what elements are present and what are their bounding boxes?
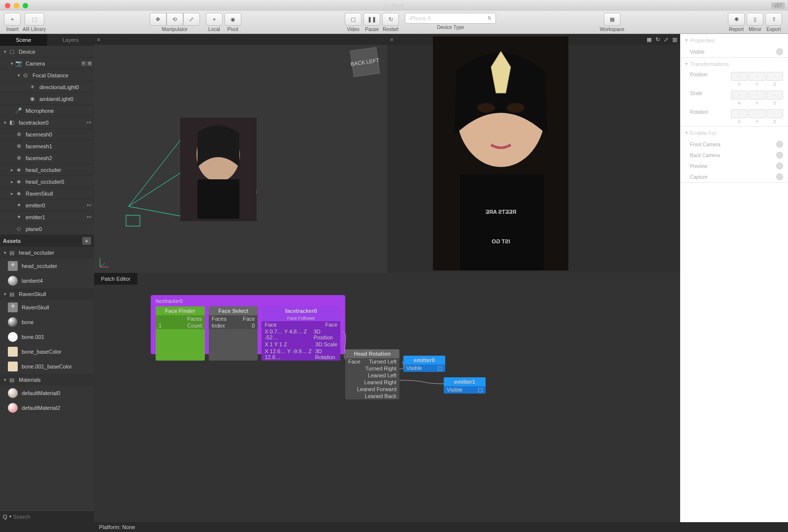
front-camera-toggle[interactable] xyxy=(776,141,783,148)
tree-item-plane0[interactable]: ◇plane0 xyxy=(0,223,94,235)
rotation-field[interactable]: - xyxy=(749,109,765,118)
expand-icon[interactable]: ⤢ xyxy=(664,36,668,43)
chevron-icon[interactable]: ▾ xyxy=(16,73,22,78)
search-input[interactable] xyxy=(13,514,91,520)
scale-field[interactable]: - xyxy=(749,91,765,100)
preview-toggle[interactable] xyxy=(776,163,783,169)
pause-button[interactable]: ❚❚ xyxy=(363,13,380,26)
restart-button[interactable]: ↻ xyxy=(382,13,399,26)
hamburger-icon[interactable]: ≡ xyxy=(390,36,393,42)
asset-item-lambert4[interactable]: lambert4 xyxy=(0,273,94,288)
viewport-3d[interactable]: ≡ BACK LEFT xyxy=(94,34,387,273)
chevron-icon[interactable]: ▸ xyxy=(9,167,15,172)
sphere-icon xyxy=(8,388,18,398)
chevron-down-icon[interactable]: ▾ xyxy=(685,130,688,136)
asset-item-defaultMaterial0[interactable]: defaultMaterial0 xyxy=(0,386,94,400)
tree-item-emitter0[interactable]: ✦emitter0↤ xyxy=(0,200,94,211)
position-field[interactable]: - xyxy=(749,72,765,81)
viewport-preview[interactable]: ≡ ▦ ↻ ⤢ ▥ xyxy=(387,34,680,273)
pivot-button[interactable]: ◉ xyxy=(225,13,241,26)
chevron-down-icon[interactable]: ▾ xyxy=(685,61,688,67)
export-button[interactable]: ⇪ xyxy=(765,13,782,26)
tree-item-facemesh2[interactable]: ⊕facemesh2 xyxy=(0,152,94,164)
node-facetracker0[interactable]: facetracker0 Face Follower FaceFaceX 0.7… xyxy=(262,306,340,361)
node-face-finder[interactable]: Face Finder Faces 1Count xyxy=(156,306,205,361)
view-cube[interactable]: BACK LEFT xyxy=(350,47,380,77)
tree-item-facemesh1[interactable]: ⊕facemesh1 xyxy=(0,140,94,152)
tree-item-RavenSkull[interactable]: ▸◈RavenSkull xyxy=(0,188,94,200)
mirror-button[interactable]: ▯ xyxy=(747,13,763,26)
tree-item-ambientLight0[interactable]: ◉ambientLight0 xyxy=(0,93,94,105)
minimize-icon[interactable] xyxy=(14,3,19,8)
manip-rotate-button[interactable]: ⟲ xyxy=(166,13,183,26)
scale-field[interactable]: - xyxy=(731,91,748,100)
chevron-icon[interactable]: ▾ xyxy=(9,61,15,66)
tree-item-Microphone[interactable]: 🎤Microphone xyxy=(0,105,94,117)
patch-group-facetracker0[interactable]: facetracker0 Face Finder Faces 1Count Fa… xyxy=(151,295,345,354)
tree-item-Camera[interactable]: ▾📷CameraFB xyxy=(0,58,94,69)
asset-item-defaultMaterial2[interactable]: defaultMaterial2 xyxy=(0,400,94,415)
node-emitter1[interactable]: emitter1 Visible▢ xyxy=(444,377,486,394)
scale-field[interactable]: - xyxy=(766,91,783,100)
rotation-field[interactable]: - xyxy=(766,109,783,118)
mesh-icon: ⊕ xyxy=(15,131,23,138)
back-camera-toggle[interactable] xyxy=(776,152,783,159)
rotation-field[interactable]: - xyxy=(731,109,748,118)
tree-item-Device[interactable]: ▾▢Device xyxy=(0,46,94,58)
position-field[interactable]: - xyxy=(731,72,748,81)
ar-library-button[interactable]: ⬚ xyxy=(25,13,44,26)
local-button[interactable]: ⌖ xyxy=(206,13,223,26)
insert-button[interactable]: + xyxy=(4,13,21,26)
asset-item-bone_baseColor[interactable]: bone_baseColor xyxy=(0,344,94,359)
asset-group-Materials[interactable]: ▾▤Materials xyxy=(0,374,94,386)
manip-move-button[interactable]: ✥ xyxy=(150,13,166,26)
refresh-icon[interactable]: ↻ xyxy=(656,36,660,43)
svg-text:IST GO: IST GO xyxy=(492,238,510,244)
tab-layers[interactable]: Layers xyxy=(47,34,95,46)
ar-library-label: AR Library xyxy=(23,27,46,32)
asset-group-head_occluder[interactable]: ▾▤head_occluder xyxy=(0,247,94,259)
manip-scale-button[interactable]: ⤢ xyxy=(183,13,200,26)
workspace-button[interactable]: ▦ xyxy=(604,13,621,26)
chevron-icon[interactable]: ▾ xyxy=(2,120,8,125)
asset-item-head_occluder[interactable]: ◈head_occluder xyxy=(0,259,94,273)
report-button[interactable]: ✱ xyxy=(728,13,745,26)
tree-item-directionalLight0[interactable]: ☀directionalLight0 xyxy=(0,81,94,93)
device-select[interactable]: iPhone 8 ⇅ xyxy=(405,13,496,24)
visible-toggle[interactable] xyxy=(776,48,783,55)
tree-item-head_occluder[interactable]: ▸◈head_occluder xyxy=(0,164,94,176)
tree-item-emitter1[interactable]: ✦emitter1↤ xyxy=(0,211,94,223)
chevron-down-icon[interactable]: ▾ xyxy=(9,514,11,519)
node-head-rotation[interactable]: Head Rotation FaceTurned LeftTurned Righ… xyxy=(345,349,399,399)
asset-item-RavenSkull[interactable]: ◈RavenSkull xyxy=(0,300,94,315)
patch-editor-tab[interactable]: Patch Editor xyxy=(94,273,137,285)
panel-icon[interactable]: ▥ xyxy=(672,36,677,43)
asset-item-bone.001[interactable]: bone.001 xyxy=(0,330,94,344)
tree-item-Focal Distance[interactable]: ▾◎Focal Distance xyxy=(0,69,94,81)
position-field[interactable]: - xyxy=(766,72,783,81)
hamburger-icon[interactable]: ≡ xyxy=(97,36,100,42)
capture-toggle[interactable] xyxy=(776,173,783,180)
node-face-select[interactable]: Face Select FacesFace Index0 xyxy=(209,306,258,361)
maximize-icon[interactable] xyxy=(23,3,28,8)
chevron-icon[interactable]: ▸ xyxy=(9,191,15,196)
chevron-icon[interactable]: ▾ xyxy=(2,49,8,54)
chevron-down-icon[interactable]: ▾ xyxy=(685,37,688,43)
patch-editor[interactable]: Patch Editor facetracker0 Face Finder Fa… xyxy=(94,273,680,522)
node-emitter0[interactable]: emitter0 Visible▢ xyxy=(403,356,445,372)
tree-item-head_occluder0[interactable]: ▸◈head_occluder0 xyxy=(0,176,94,188)
device-selected-text: iPhone 8 xyxy=(409,15,430,21)
svg-point-10 xyxy=(507,103,525,113)
tree-item-facemesh0[interactable]: ⊕facemesh0 xyxy=(0,129,94,140)
chevron-icon[interactable]: ▸ xyxy=(9,179,15,184)
add-asset-button[interactable]: + xyxy=(82,237,91,245)
grid-icon[interactable]: ▦ xyxy=(647,36,652,43)
tab-scene[interactable]: Scene xyxy=(0,34,47,46)
asset-item-bone.001_baseColor[interactable]: bone.001_baseColor xyxy=(0,359,94,374)
asset-group-RavenSkull[interactable]: ▾▤RavenSkull xyxy=(0,288,94,300)
asset-item-bone[interactable]: bone xyxy=(0,315,94,330)
scale-label: Scale xyxy=(690,91,724,96)
close-icon[interactable] xyxy=(5,3,10,8)
tree-item-facetracker0[interactable]: ▾◧facetracker0↦ xyxy=(0,117,94,129)
video-button[interactable]: ▢ xyxy=(345,13,361,26)
